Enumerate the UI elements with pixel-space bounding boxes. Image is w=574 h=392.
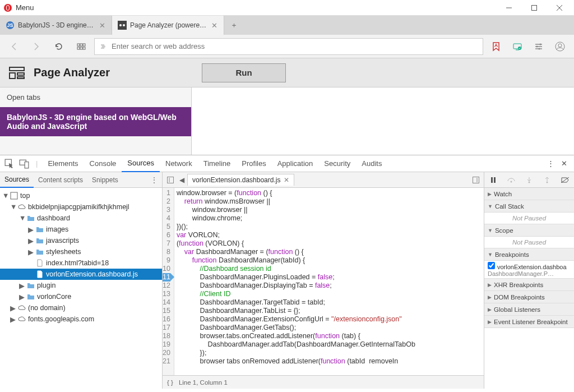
pretty-print-icon[interactable]: { }	[167, 379, 173, 386]
folder-icon	[27, 282, 35, 289]
address-bar[interactable]	[94, 38, 483, 55]
cloud-icon	[18, 315, 26, 323]
step-into-button[interactable]	[524, 175, 534, 185]
pause-button[interactable]	[488, 175, 498, 185]
breakpoint-item[interactable]: vorlonExtension.dashboaDashboardManager.…	[484, 261, 574, 279]
profile-icon[interactable]	[550, 37, 570, 56]
inspect-icon[interactable]	[4, 159, 15, 169]
run-button[interactable]: Run	[202, 63, 286, 82]
devtools-menu-icon[interactable]: ⋮	[545, 159, 556, 168]
devtools-close-icon[interactable]: ✕	[558, 159, 570, 168]
callstack-body: Not Paused	[484, 213, 574, 224]
devtools-tab-network[interactable]: Network	[160, 155, 198, 172]
speed-dial-button[interactable]	[72, 37, 91, 56]
devtools-tab-timeline[interactable]: Timeline	[198, 155, 237, 172]
tab-close-icon[interactable]: ✕	[98, 21, 106, 29]
svg-point-42	[529, 181, 530, 183]
tab-title: BabylonJS - 3D engine bas…	[18, 21, 95, 29]
folder-icon	[27, 293, 35, 301]
navigator-tab-sources[interactable]: Sources	[0, 172, 34, 188]
svg-point-25	[536, 45, 538, 47]
menu-button[interactable]: Menu	[16, 3, 34, 12]
easy-setup-button[interactable]	[529, 37, 548, 56]
history-back-icon[interactable]: ◀	[176, 174, 187, 186]
tree-node-top[interactable]: ▼top	[0, 190, 162, 201]
svg-rect-32	[17, 77, 24, 79]
step-over-button[interactable]	[506, 175, 516, 185]
tree-node-folder[interactable]: ▶vorlonCore	[0, 291, 162, 302]
show-navigator-icon[interactable]	[165, 174, 176, 186]
step-out-button[interactable]	[542, 175, 552, 185]
file-icon	[36, 270, 44, 278]
xhr-breakpoints-section[interactable]: ▶XHR Breakpoints	[484, 279, 574, 291]
file-tree[interactable]: ▼top ▼bkbidelpnjiapcgpjamikifkhjkhmejl ▼…	[0, 188, 162, 389]
svg-point-2	[7, 6, 9, 10]
code-area[interactable]: 123456789101112131415161718192021 window…	[163, 188, 484, 375]
frame-icon	[10, 192, 18, 200]
svg-rect-39	[491, 177, 493, 183]
tree-node-folder[interactable]: ▶plugin	[0, 280, 162, 291]
devtools-tab-security[interactable]: Security	[318, 155, 356, 172]
devtools-tab-application[interactable]: Application	[272, 155, 319, 172]
dom-breakpoints-section[interactable]: ▶DOM Breakpoints	[484, 291, 574, 303]
browser-tab[interactable]: JS BabylonJS - 3D engine bas… ✕	[0, 16, 112, 35]
navigator-tab-content-scripts[interactable]: Content scripts	[34, 172, 87, 188]
svg-point-24	[540, 43, 541, 45]
devtools-tab-audits[interactable]: Audits	[356, 155, 387, 172]
tree-node-file[interactable]: vorlonExtension.dashboard.js	[0, 269, 162, 280]
extension-badge-icon[interactable]: A	[487, 37, 506, 56]
devtools-tab-sources[interactable]: Sources	[122, 155, 160, 172]
editor-tab[interactable]: vorlonExtension.dashboard.js✕	[187, 174, 294, 186]
reload-button[interactable]	[49, 37, 68, 56]
folder-icon	[36, 248, 44, 256]
devtools-tab-profiles[interactable]: Profiles	[236, 155, 271, 172]
watch-section[interactable]: ▶Watch	[484, 188, 574, 200]
device-mode-icon[interactable]	[19, 159, 29, 169]
scope-section[interactable]: ▼Scope	[484, 224, 574, 237]
deactivate-breakpoints-button[interactable]	[560, 175, 570, 185]
open-tab-item[interactable]: BabylonJS - 3D engine based on WebGL/Web…	[0, 107, 191, 136]
editor-tab-close-icon[interactable]: ✕	[284, 176, 289, 184]
svg-rect-16	[80, 47, 82, 49]
navigator-more-icon[interactable]: ⋮	[146, 176, 162, 184]
tree-node-folder[interactable]: ▶images	[0, 224, 162, 235]
breakpoints-section[interactable]: ▼Breakpoints	[484, 248, 574, 261]
tree-node-extension[interactable]: ▼bkbidelpnjiapcgpjamikifkhjkhmejl	[0, 201, 162, 213]
maximize-button[interactable]	[521, 0, 547, 16]
svg-point-43	[547, 181, 548, 183]
show-debugger-icon[interactable]	[470, 174, 482, 186]
svg-rect-4	[531, 5, 536, 10]
close-window-button[interactable]	[547, 0, 572, 16]
open-tabs-sidebar: Open tabs BabylonJS - 3D engine based on…	[0, 87, 192, 155]
back-button[interactable]	[4, 37, 24, 56]
callstack-section[interactable]: ▼Call Stack	[484, 200, 574, 213]
global-listeners-section[interactable]: ▶Global Listeners	[484, 303, 574, 316]
devtools-tab-console[interactable]: Console	[84, 155, 122, 172]
navigator-tab-snippets[interactable]: Snippets	[87, 172, 123, 188]
tree-node-folder[interactable]: ▶javascripts	[0, 235, 162, 246]
tree-node-domain[interactable]: ▶(no domain)	[0, 302, 162, 313]
new-tab-button[interactable]: ＋	[224, 16, 243, 35]
svg-text:JS: JS	[7, 22, 13, 28]
svg-text:A: A	[494, 43, 498, 48]
tree-node-domain[interactable]: ▶fonts.googleapis.com	[0, 313, 162, 325]
browser-tab[interactable]: Page Analyzer (powered by… ✕	[112, 16, 224, 35]
sync-icon[interactable]	[508, 37, 527, 56]
devtools-tab-elements[interactable]: Elements	[42, 155, 84, 172]
tab-close-icon[interactable]: ✕	[210, 21, 218, 29]
svg-point-41	[511, 181, 512, 182]
svg-rect-12	[77, 44, 80, 46]
folder-icon	[36, 225, 44, 233]
tree-node-folder[interactable]: ▼dashboard	[0, 213, 162, 224]
tree-node-folder[interactable]: ▶stylesheets	[0, 246, 162, 257]
forward-button[interactable]	[27, 37, 46, 56]
breakpoint-checkbox[interactable]	[488, 262, 495, 269]
editor-statusbar: { } Line 1, Column 1	[163, 375, 484, 389]
svg-rect-29	[10, 67, 24, 71]
devtools-tabbar: | ElementsConsoleSourcesNetworkTimelineP…	[0, 155, 574, 172]
window-titlebar: Menu	[0, 0, 574, 16]
address-input[interactable]	[112, 42, 478, 50]
tree-node-file[interactable]: index.html?tabid=18	[0, 257, 162, 269]
event-listener-breakpoints-section[interactable]: ▶Event Listener Breakpoint	[484, 316, 574, 328]
minimize-button[interactable]	[496, 0, 521, 16]
